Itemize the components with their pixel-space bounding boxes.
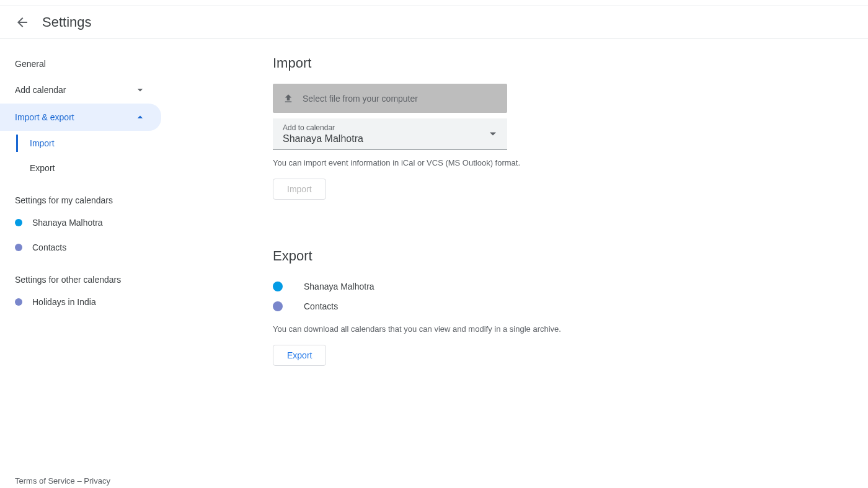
footer: Terms of Service – Privacy — [15, 476, 110, 488]
sidebar-item-general[interactable]: General — [0, 51, 161, 76]
sidebar-subitem-import[interactable]: Import — [0, 131, 161, 156]
sidebar-label: Export — [30, 163, 55, 173]
main-content: Import Select file from your computer Ad… — [161, 51, 868, 366]
sidebar-label: Import & export — [15, 112, 74, 122]
privacy-link[interactable]: Privacy — [84, 476, 110, 486]
calendar-color-dot — [273, 301, 283, 311]
export-button[interactable]: Export — [273, 345, 326, 366]
calendar-name: Contacts — [32, 242, 66, 252]
chevron-up-icon — [134, 111, 146, 123]
calendar-name: Holidays in India — [32, 297, 96, 307]
sidebar-subitem-export[interactable]: Export — [0, 156, 161, 180]
calendar-color-dot — [273, 282, 283, 291]
sidebar-header-my-calendars: Settings for my calendars — [0, 180, 161, 210]
select-value: Shanaya Malhotra — [283, 133, 498, 144]
import-button[interactable]: Import — [273, 179, 326, 200]
select-label: Add to calendar — [283, 123, 498, 132]
settings-sidebar: General Add calendar Import & export Imp… — [0, 51, 161, 366]
sidebar-calendar-item[interactable]: Shanaya Malhotra — [0, 210, 161, 235]
chevron-down-icon — [134, 84, 146, 96]
upload-icon — [283, 93, 294, 104]
export-calendar-item: Contacts — [273, 296, 868, 316]
select-file-button[interactable]: Select file from your computer — [273, 84, 507, 113]
sidebar-label: General — [15, 59, 46, 69]
export-help-text: You can download all calendars that you … — [273, 324, 868, 334]
dropdown-arrow-icon — [490, 133, 496, 136]
sidebar-calendar-item[interactable]: Contacts — [0, 235, 161, 260]
sidebar-label: Import — [30, 138, 55, 148]
back-arrow-icon[interactable] — [15, 15, 30, 30]
sidebar-calendar-item[interactable]: Holidays in India — [0, 290, 161, 314]
sidebar-item-add-calendar[interactable]: Add calendar — [0, 76, 161, 104]
export-calendar-item: Shanaya Malhotra — [273, 277, 868, 296]
calendar-color-dot — [15, 219, 22, 226]
add-to-calendar-select[interactable]: Add to calendar Shanaya Malhotra — [273, 118, 507, 150]
export-section-title: Export — [273, 248, 868, 264]
terms-link[interactable]: Terms of Service — [15, 476, 75, 486]
calendar-name: Shanaya Malhotra — [32, 218, 103, 228]
settings-header: Settings — [0, 6, 868, 39]
sidebar-item-import-export[interactable]: Import & export — [0, 104, 161, 131]
calendar-color-dot — [15, 298, 22, 306]
footer-separator: – — [75, 476, 84, 486]
calendar-name: Contacts — [304, 301, 338, 311]
import-help-text: You can import event information in iCal… — [273, 158, 868, 167]
page-title: Settings — [42, 14, 92, 30]
import-section-title: Import — [273, 55, 868, 71]
sidebar-header-other-calendars: Settings for other calendars — [0, 260, 161, 290]
sidebar-label: Add calendar — [15, 85, 66, 95]
calendar-color-dot — [15, 244, 22, 251]
calendar-name: Shanaya Malhotra — [304, 282, 374, 291]
select-file-label: Select file from your computer — [303, 94, 418, 104]
